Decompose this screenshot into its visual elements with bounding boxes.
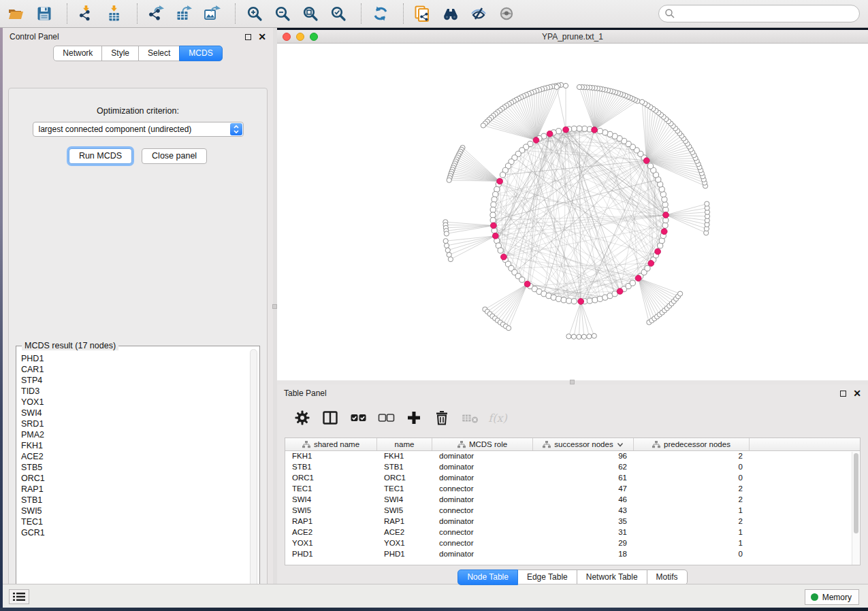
table-row[interactable]: TEC1TEC1connector472: [285, 484, 860, 495]
column-view-icon[interactable]: [321, 409, 339, 427]
delete-column-icon[interactable]: [433, 409, 451, 427]
table-row[interactable]: FKH1FKH1dominator962: [285, 451, 860, 462]
mcds-result-item[interactable]: PHD1: [21, 353, 251, 364]
mcds-result-list[interactable]: PHD1CAR1STP4TID3YOX1SWI4SRD1PMA2FKH1ACE2…: [16, 350, 251, 595]
zoom-selected-icon[interactable]: [329, 4, 348, 23]
refresh-icon[interactable]: [371, 4, 390, 23]
tab-node-table[interactable]: Node Table: [457, 569, 518, 585]
node-table-header: shared namenameMCDS rolesuccessor nodesp…: [285, 438, 860, 451]
mcds-result-item[interactable]: ACE2: [21, 451, 251, 462]
table-cell: connector: [432, 527, 533, 538]
run-mcds-button[interactable]: Run MCDS: [69, 148, 132, 164]
table-cell: ACE2: [377, 527, 432, 538]
table-cell: 0: [634, 473, 750, 484]
dropdown-stepper-icon: [230, 123, 242, 135]
table-row[interactable]: ACE2ACE2connector311: [285, 527, 860, 538]
import-table-icon[interactable]: [105, 4, 124, 23]
network-graph[interactable]: [277, 44, 868, 380]
table-cell: 1: [634, 506, 750, 516]
mcds-result-item[interactable]: PMA2: [21, 429, 251, 440]
table-row[interactable]: SWI5SWI5connector431: [285, 506, 860, 516]
close-panel-icon[interactable]: ✕: [853, 391, 861, 397]
tab-edge-table[interactable]: Edge Table: [517, 569, 577, 585]
tab-select[interactable]: Select: [138, 46, 180, 61]
main-toolbar: [0, 0, 868, 28]
hide-selected-icon[interactable]: [469, 4, 488, 23]
control-panel-titlebar: Control Panel ✕: [3, 28, 273, 46]
mcds-result-item[interactable]: STB1: [21, 495, 251, 506]
export-image-icon[interactable]: [203, 4, 222, 23]
export-table-icon[interactable]: [175, 4, 194, 23]
deselect-all-checkboxes-icon[interactable]: [377, 409, 395, 427]
toolbar-separator: [137, 3, 138, 24]
table-row[interactable]: SWI4SWI4dominator462: [285, 495, 860, 506]
zoom-fit-icon[interactable]: [301, 4, 320, 23]
mcds-result-item[interactable]: SWI4: [21, 408, 251, 418]
gear-icon[interactable]: [293, 409, 311, 427]
tab-motifs[interactable]: Motifs: [647, 569, 688, 585]
table-row[interactable]: ORC1ORC1dominator610: [285, 473, 860, 484]
mcds-result-item[interactable]: SRD1: [21, 418, 251, 429]
column-header-shared-name[interactable]: shared name: [285, 438, 377, 450]
mcds-result-item[interactable]: RAP1: [21, 484, 251, 495]
mcds-result-item[interactable]: SWI5: [21, 506, 251, 516]
binoculars-icon[interactable]: [441, 4, 460, 23]
close-panel-button[interactable]: Close panel: [142, 148, 207, 164]
network-window-titlebar[interactable]: YPA_prune.txt_1: [277, 30, 868, 44]
add-column-icon[interactable]: [405, 409, 423, 427]
network-canvas[interactable]: [277, 44, 868, 380]
open-file-icon[interactable]: [7, 4, 26, 23]
table-row[interactable]: RAP1RAP1dominator352: [285, 516, 860, 527]
import-network-icon[interactable]: [77, 4, 96, 23]
mcds-result-item[interactable]: ORC1: [21, 473, 251, 484]
mcds-result-item[interactable]: FKH1: [21, 440, 251, 451]
toolbar-separator: [403, 3, 404, 24]
control-panel-title: Control Panel: [10, 32, 245, 42]
show-hidden-icon[interactable]: [497, 4, 516, 23]
column-header-successor-nodes[interactable]: successor nodes: [533, 438, 634, 450]
table-cell: 35: [533, 516, 634, 527]
column-header-predecessor-nodes[interactable]: predecessor nodes: [634, 438, 750, 450]
memory-button[interactable]: Memory: [805, 589, 859, 605]
tab-network-table[interactable]: Network Table: [577, 569, 647, 585]
mcds-result-item[interactable]: YOX1: [21, 397, 251, 408]
search-input[interactable]: [658, 5, 860, 22]
table-cell: 0: [634, 462, 750, 473]
table-row[interactable]: YOX1YOX1connector291: [285, 538, 860, 549]
table-panel-tabs: Node TableEdge TableNetwork TableMotifs: [277, 569, 868, 585]
mcds-result-item[interactable]: GCR1: [21, 527, 251, 538]
search-icon: [664, 8, 675, 19]
column-header-name[interactable]: name: [377, 438, 432, 450]
zoom-out-icon[interactable]: [273, 4, 292, 23]
mcds-result-item[interactable]: STB5: [21, 462, 251, 473]
result-scrollbar[interactable]: [250, 349, 257, 592]
task-history-button[interactable]: [9, 589, 29, 604]
table-cell: 2: [634, 516, 750, 527]
table-cell: connector: [432, 484, 533, 495]
table-row[interactable]: STB1STB1dominator620: [285, 462, 860, 473]
save-session-icon[interactable]: [35, 4, 54, 23]
float-window-icon[interactable]: [245, 34, 251, 40]
close-panel-icon[interactable]: ✕: [258, 34, 266, 40]
table-cell: 1: [634, 538, 750, 549]
criterion-dropdown[interactable]: largest connected component (undirected): [33, 122, 244, 137]
mcds-result-item[interactable]: CAR1: [21, 364, 251, 375]
tab-style[interactable]: Style: [101, 46, 139, 61]
tab-mcds[interactable]: MCDS: [179, 46, 222, 61]
tab-network[interactable]: Network: [53, 46, 102, 61]
table-toolbar: f(x): [285, 405, 861, 431]
network-from-file-icon[interactable]: [413, 4, 432, 23]
float-window-icon[interactable]: [840, 391, 846, 397]
zoom-in-icon[interactable]: [245, 4, 264, 23]
table-cell: SWI5: [377, 506, 432, 516]
mcds-result-item[interactable]: TEC1: [21, 516, 251, 527]
select-all-checkboxes-icon[interactable]: [349, 409, 367, 427]
export-network-icon[interactable]: [147, 4, 166, 23]
table-row[interactable]: PHD1PHD1dominator180: [285, 549, 860, 560]
mcds-result-item[interactable]: STP4: [21, 375, 251, 386]
mcds-result-item[interactable]: TID3: [21, 386, 251, 397]
memory-status-icon: [811, 593, 818, 601]
column-header-MCDS-role[interactable]: MCDS role: [432, 438, 533, 450]
table-scrollbar[interactable]: [852, 452, 859, 565]
control-panel: Control Panel ✕ NetworkStyleSelectMCDS O…: [3, 28, 273, 584]
